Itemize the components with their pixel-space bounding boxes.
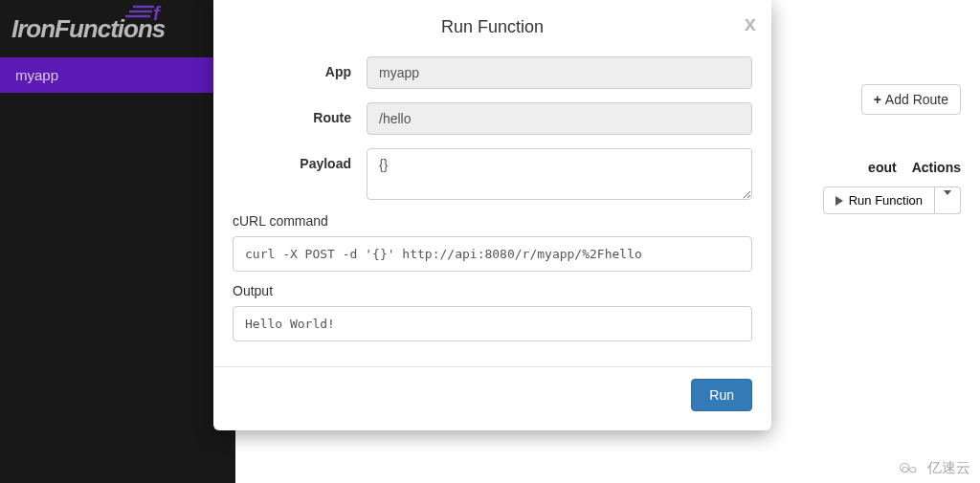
modal-header: Run Function x (213, 0, 771, 49)
row-action-dropdown-toggle[interactable] (935, 187, 961, 214)
curl-command-box: curl -X POST -d '{}' http://api:8080/r/m… (233, 236, 752, 272)
add-route-button[interactable]: + Add Route (861, 84, 961, 115)
modal-title: Run Function (233, 17, 752, 37)
route-field[interactable] (367, 102, 752, 135)
run-function-label: Run Function (849, 193, 923, 208)
run-function-row-button[interactable]: Run Function (823, 187, 935, 214)
app-field[interactable] (367, 56, 752, 89)
watermark-text: 亿速云 (927, 459, 970, 477)
modal-body: App Route Payload cURL command curl -X P… (213, 49, 771, 366)
svg-text:f: f (153, 3, 162, 24)
label-curl: cURL command (233, 213, 752, 229)
label-payload: Payload (233, 148, 367, 171)
logo: IronFunctions f (0, 0, 235, 57)
run-function-modal: Run Function x App Route Payload cURL co… (213, 0, 771, 430)
run-button[interactable]: Run (691, 379, 752, 411)
label-app: App (233, 56, 367, 79)
label-route: Route (233, 102, 367, 125)
sidebar: IronFunctions f myapp (0, 0, 235, 483)
chevron-down-icon (944, 190, 951, 207)
modal-footer: Run (213, 366, 771, 430)
watermark: 亿速云 (897, 459, 970, 477)
add-route-label: Add Route (885, 92, 948, 107)
output-box: Hello World! (233, 306, 752, 341)
payload-textarea[interactable] (367, 148, 752, 200)
column-header-timeout: eout (868, 160, 897, 175)
table-header-fragment: eout Actions (868, 160, 961, 175)
brand-text: IronFunctions f (11, 14, 165, 44)
sidebar-item-myapp[interactable]: myapp (0, 57, 235, 93)
column-header-actions: Actions (912, 160, 961, 175)
play-icon (835, 196, 843, 206)
row-action-group: Run Function (823, 187, 961, 214)
form-row-route: Route (233, 102, 752, 135)
form-row-app: App (233, 56, 752, 89)
logo-wing-icon: f (124, 1, 167, 22)
cloud-infinity-icon (897, 461, 924, 476)
close-icon[interactable]: x (745, 11, 756, 36)
sidebar-item-label: myapp (15, 67, 58, 83)
form-row-payload: Payload (233, 148, 752, 200)
label-output: Output (233, 283, 752, 298)
plus-icon: + (874, 92, 881, 107)
